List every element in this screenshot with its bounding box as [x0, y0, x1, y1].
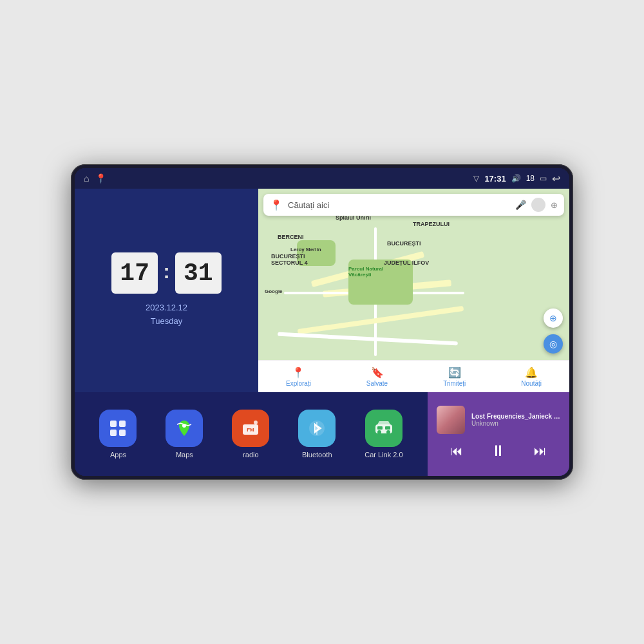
- clock-display: 17 : 31: [111, 252, 222, 294]
- map-label-ilfov: JUDEȚUL ILFOV: [384, 260, 429, 266]
- svg-rect-14: [385, 426, 390, 430]
- map-layers-icon[interactable]: ⊕: [551, 200, 558, 210]
- map-send-icon: 🔄: [448, 366, 461, 379]
- carlink-icon-bg: [365, 410, 402, 447]
- device-screen: ⌂ 📍 ▽ 17:31 🔊 18 ▭ ↩ 17 :: [75, 168, 569, 476]
- clock-minute: 31: [175, 252, 222, 294]
- maps-icon-bg: [166, 410, 203, 447]
- map-label-berceni: BERCENI: [278, 234, 304, 240]
- clock-hour: 17: [111, 252, 158, 294]
- map-news-icon: 🔔: [525, 366, 538, 379]
- app-item-carlink[interactable]: Car Link 2.0: [365, 410, 402, 459]
- svg-point-7: [254, 421, 258, 424]
- clock-separator: :: [163, 260, 170, 283]
- svg-point-12: [386, 430, 390, 434]
- app-label-bluetooth: Bluetooth: [302, 451, 332, 459]
- music-next-button[interactable]: ⏭: [531, 441, 549, 461]
- music-album-image: [437, 406, 465, 434]
- map-label-bucuresti: BUCUREȘTI: [387, 240, 421, 247]
- battery-level: 18: [526, 174, 535, 183]
- app-item-bluetooth[interactable]: Bluetooth: [298, 410, 336, 459]
- music-prev-button[interactable]: ⏮: [448, 441, 466, 461]
- radio-app-icon: FM: [240, 418, 261, 439]
- signal-icon: ▽: [473, 174, 479, 183]
- map-search-bar[interactable]: 📍 Căutați aici 🎤 ⊕: [263, 194, 564, 216]
- map-nav-saved[interactable]: 🔖 Salvate: [366, 366, 388, 387]
- svg-rect-2: [110, 430, 117, 436]
- map-explore-icon: 📍: [292, 366, 305, 379]
- maps-app-icon: [174, 418, 194, 439]
- maps-shortcut-icon[interactable]: 📍: [95, 173, 106, 184]
- map-saved-icon: 🔖: [371, 366, 384, 379]
- apps-row: Apps Maps: [75, 392, 428, 476]
- music-text: Lost Frequencies_Janieck Devy-... Unknow…: [471, 413, 560, 427]
- home-icon[interactable]: ⌂: [84, 173, 89, 184]
- status-time: 17:31: [484, 174, 506, 184]
- apps-icon-bg: [99, 410, 137, 447]
- map-compass-button[interactable]: ⊕: [544, 308, 563, 328]
- bluetooth-icon-bg: [298, 410, 336, 447]
- svg-rect-13: [377, 426, 383, 430]
- app-item-maps[interactable]: Maps: [166, 410, 203, 459]
- volume-icon: 🔊: [511, 174, 521, 183]
- map-label-trapezului: TRAPEZULUI: [413, 221, 450, 227]
- app-item-radio[interactable]: FM radio: [232, 410, 269, 459]
- map-send-label: Trimiteți: [443, 380, 466, 387]
- status-left-icons: ⌂ 📍: [84, 173, 106, 184]
- app-label-apps: Apps: [110, 451, 126, 459]
- map-label-sector4: BUCUREȘTISECTORUL 4: [271, 253, 308, 266]
- map-search-pin-icon: 📍: [270, 199, 283, 211]
- music-controls: ⏮ ⏸ ⏭: [437, 439, 560, 462]
- status-bar: ⌂ 📍 ▽ 17:31 🔊 18 ▭ ↩: [75, 168, 569, 189]
- music-panel: Lost Frequencies_Janieck Devy-... Unknow…: [428, 392, 569, 476]
- map-user-avatar[interactable]: [531, 198, 545, 212]
- svg-rect-0: [110, 421, 117, 427]
- app-label-carlink: Car Link 2.0: [365, 451, 402, 459]
- map-nav-news[interactable]: 🔔 Noutăți: [521, 366, 542, 387]
- map-label-parcul: Parcul NaturalVăcărești: [348, 266, 383, 278]
- music-album-art: [437, 406, 465, 434]
- app-item-apps[interactable]: Apps: [99, 410, 137, 459]
- map-label-google: Google: [265, 289, 283, 294]
- music-info-row: Lost Frequencies_Janieck Devy-... Unknow…: [437, 406, 560, 434]
- map-nav-send[interactable]: 🔄 Trimiteți: [443, 366, 466, 387]
- music-title: Lost Frequencies_Janieck Devy-...: [471, 413, 560, 420]
- radio-icon-bg: FM: [232, 410, 269, 447]
- svg-rect-3: [119, 430, 126, 436]
- bluetooth-app-icon: [307, 418, 327, 439]
- apps-grid-icon: [108, 418, 128, 439]
- svg-text:FM: FM: [247, 427, 255, 433]
- map-explore-label: Explorați: [286, 380, 311, 387]
- map-panel[interactable]: BERCENI BUCUREȘTISECTORUL 4 BUCUREȘTI JU…: [258, 189, 569, 392]
- clock-date: 2023.12.12 Tuesday: [146, 301, 187, 328]
- app-label-maps: Maps: [176, 451, 193, 459]
- map-label-leroy: Leroy Merlin: [290, 247, 321, 252]
- svg-point-11: [377, 430, 381, 434]
- map-bottom-nav: 📍 Explorați 🔖 Salvate 🔄 Trimiteți �: [258, 360, 569, 392]
- map-location-button[interactable]: ◎: [544, 334, 563, 354]
- music-play-button[interactable]: ⏸: [488, 439, 509, 462]
- map-saved-label: Salvate: [366, 380, 388, 387]
- app-label-radio: radio: [243, 451, 258, 459]
- clock-panel: 17 : 31 2023.12.12 Tuesday: [75, 189, 258, 392]
- map-search-text[interactable]: Căutați aici: [288, 200, 329, 210]
- carlink-app-icon: [374, 418, 394, 439]
- top-row: 17 : 31 2023.12.12 Tuesday: [75, 189, 569, 392]
- map-mic-icon[interactable]: 🎤: [515, 200, 526, 210]
- music-artist: Unknown: [471, 420, 560, 427]
- map-nav-explore[interactable]: 📍 Explorați: [286, 366, 311, 387]
- battery-icon: ▭: [540, 174, 547, 183]
- map-news-label: Noutăți: [521, 380, 542, 387]
- status-right-icons: ▽ 17:31 🔊 18 ▭ ↩: [473, 173, 560, 185]
- back-icon[interactable]: ↩: [552, 173, 560, 185]
- svg-rect-1: [119, 421, 126, 427]
- device-frame: ⌂ 📍 ▽ 17:31 🔊 18 ▭ ↩ 17 :: [71, 164, 573, 480]
- main-content: 17 : 31 2023.12.12 Tuesday: [75, 189, 569, 476]
- bottom-row: Apps Maps: [75, 392, 569, 476]
